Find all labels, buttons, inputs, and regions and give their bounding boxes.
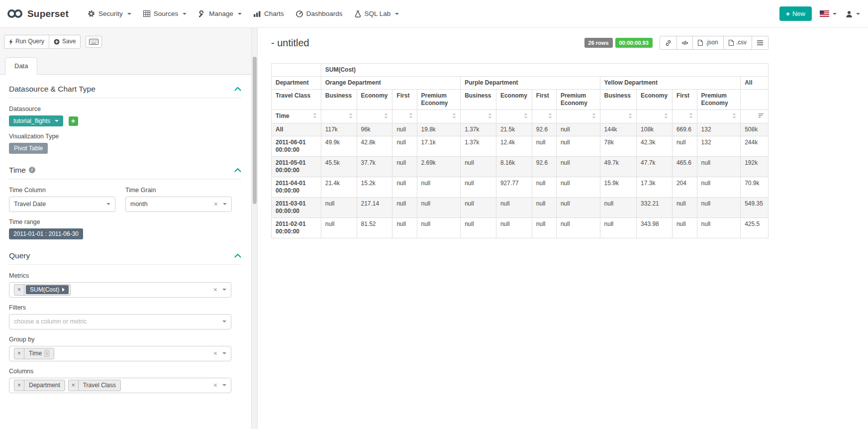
embed-code-button[interactable]: </> (676, 36, 693, 50)
sort-icon[interactable] (689, 113, 693, 120)
add-datasource-button[interactable]: + (69, 116, 78, 126)
class-header: Business (461, 90, 496, 110)
columns-select[interactable]: × Department × Travel Class × (9, 378, 231, 393)
sort-icon[interactable] (592, 113, 596, 120)
groupby-select[interactable]: × Time i × (9, 346, 231, 361)
pivot-cell: 217.14 (357, 198, 392, 218)
clear-icon[interactable]: × (213, 382, 217, 389)
nav-manage[interactable]: Manage (193, 5, 248, 22)
remove-icon[interactable]: × (69, 380, 79, 391)
filters-select[interactable]: choose a column or metric (9, 314, 231, 329)
col-sort-header[interactable] (321, 110, 357, 123)
groupby-label: Group by (9, 336, 241, 343)
control-panel: Run Query Save Data (0, 28, 251, 429)
caret-down-icon (222, 352, 226, 354)
col-sort-header[interactable] (392, 110, 417, 123)
sort-icon[interactable] (664, 113, 668, 120)
sort-icon[interactable] (628, 113, 632, 120)
user-menu[interactable] (845, 7, 861, 20)
col-sort-header[interactable] (357, 110, 392, 123)
menu-button[interactable] (752, 36, 769, 50)
class-header: First (672, 90, 697, 110)
pivot-cell: 425.5 (741, 218, 769, 238)
navbar-right: + New (779, 6, 861, 21)
remove-icon[interactable]: × (14, 285, 24, 295)
column-token[interactable]: × Department (14, 380, 65, 391)
datasource-select[interactable]: tutorial_flights (9, 115, 63, 126)
nav-security[interactable]: Security (82, 5, 137, 22)
col-sort-header[interactable] (417, 110, 461, 123)
sort-icon[interactable] (452, 113, 456, 120)
col-sort-header[interactable] (741, 110, 769, 123)
chart-title[interactable]: - untitled (271, 37, 309, 49)
pivot-cell: 12.4k (496, 136, 532, 157)
keyboard-shortcuts-button[interactable] (86, 36, 102, 48)
plus-icon: + (786, 10, 790, 17)
tab-data[interactable]: Data (5, 57, 37, 75)
col-sort-header[interactable] (672, 110, 697, 123)
sort-icon[interactable] (524, 113, 528, 120)
remove-icon[interactable]: × (14, 380, 24, 391)
table-row: 2011-05-01 00:00:0045.5k37.7knull2.69knu… (272, 157, 769, 177)
result-header: - untitled 26 rows 00:00:00.93 </> (271, 36, 769, 50)
sort-icon[interactable] (488, 113, 492, 120)
sort-icon[interactable] (313, 113, 317, 120)
chevron-up-icon[interactable] (234, 168, 241, 172)
remove-icon[interactable]: × (14, 348, 24, 359)
pivot-cell: 1.37k (461, 123, 496, 136)
nav-sources[interactable]: Sources (137, 5, 193, 22)
viz-type-value[interactable]: Pivot Table (9, 143, 48, 154)
share-link-button[interactable] (660, 36, 677, 50)
col-sort-header[interactable] (496, 110, 532, 123)
time-sort-header[interactable]: Time (272, 110, 321, 123)
row-count-badge: 26 rows (584, 38, 613, 48)
left-panel-scrollbar[interactable] (251, 28, 258, 429)
groupby-token[interactable]: × Time i (14, 348, 54, 359)
scrollbar-thumb[interactable] (253, 57, 257, 204)
language-selector[interactable] (819, 7, 838, 20)
time-column-select[interactable]: Travel Date (9, 197, 115, 212)
department-header: Orange Department (321, 77, 460, 90)
save-button[interactable]: Save (49, 35, 81, 49)
pivot-cell: null (392, 198, 417, 218)
class-header (741, 90, 769, 110)
export-json-button[interactable]: .json (692, 36, 723, 50)
time-grain-select[interactable]: month × (125, 197, 232, 212)
sort-amount-icon[interactable] (759, 113, 764, 120)
new-button[interactable]: + New (779, 6, 812, 21)
clear-icon[interactable]: × (213, 286, 217, 293)
caret-down-icon (106, 203, 110, 205)
superset-logo[interactable]: Superset (7, 8, 69, 19)
corner-cell (272, 64, 321, 77)
metric-token[interactable]: × SUM(Cost) (14, 284, 71, 296)
column-token[interactable]: × Travel Class (68, 380, 121, 391)
nav-dashboards[interactable]: Dashboards (290, 5, 349, 22)
pivot-cell: null (697, 198, 741, 218)
col-sort-header[interactable] (461, 110, 496, 123)
query-duration-badge: 00:00:00.93 (615, 38, 653, 48)
pivot-cell: 669.6 (672, 123, 697, 136)
clear-icon[interactable]: × (213, 350, 217, 357)
chevron-up-icon[interactable] (234, 253, 241, 258)
sort-icon[interactable] (384, 113, 388, 120)
time-range-value[interactable]: 2011-01-01 : 2011-06-30 (9, 228, 83, 239)
time-section-title: Time (9, 166, 26, 175)
table-row: 2011-06-01 00:00:0049.9k42.8knull17.1k1.… (272, 136, 769, 157)
metrics-select[interactable]: × SUM(Cost) × (9, 282, 231, 298)
sort-icon[interactable] (349, 113, 353, 120)
nav-sql-lab[interactable]: SQL Lab (349, 5, 405, 22)
nav-charts[interactable]: Charts (248, 5, 290, 22)
col-sort-header[interactable] (532, 110, 556, 123)
col-sort-header[interactable] (637, 110, 673, 123)
chevron-up-icon[interactable] (234, 87, 241, 91)
nav-menu: Security Sources Manage Charts (82, 5, 405, 22)
run-query-button[interactable]: Run Query (4, 35, 49, 49)
col-sort-header[interactable] (697, 110, 741, 123)
sort-icon[interactable] (548, 113, 552, 120)
sort-icon[interactable] (732, 113, 736, 120)
col-sort-header[interactable] (600, 110, 637, 123)
col-sort-header[interactable] (556, 110, 600, 123)
export-csv-button[interactable]: .csv (723, 36, 752, 50)
clear-icon[interactable]: × (214, 201, 218, 208)
sort-icon[interactable] (409, 113, 413, 120)
